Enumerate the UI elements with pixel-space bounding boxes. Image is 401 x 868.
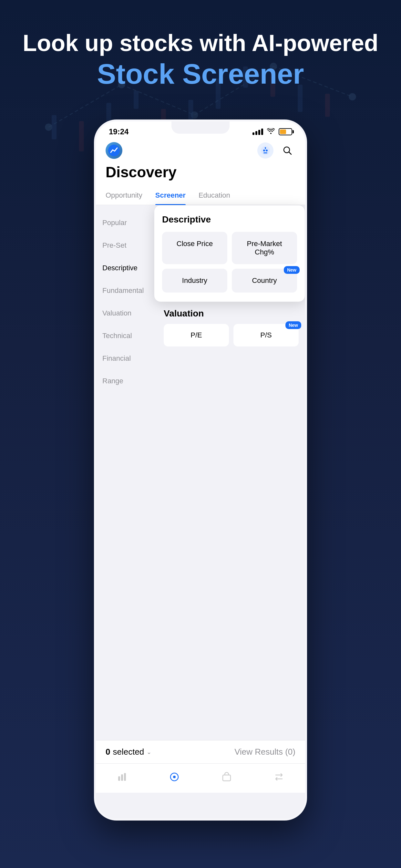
nav-chart[interactable] — [114, 769, 130, 785]
bottom-bar-wrapper: 0 selected ⌄ View Results (0) — [96, 740, 305, 793]
filter-industry[interactable]: Industry — [162, 269, 227, 292]
screener-layout: Popular Pre-Set Descriptive Fundamental … — [96, 205, 305, 392]
selected-count-section[interactable]: 0 selected ⌄ — [105, 747, 151, 757]
wifi-icon — [267, 128, 275, 136]
hero-title-line1: Look up stocks with AI-powered — [0, 29, 401, 57]
country-new-badge: New — [284, 266, 300, 274]
valuation-section: Valuation P/E P/S New — [164, 308, 299, 346]
sidebar-item-popular[interactable]: Popular — [96, 212, 157, 234]
page-title: Discovery — [105, 163, 296, 181]
ps-new-badge: New — [285, 321, 301, 329]
signal-bar-4 — [261, 128, 263, 135]
selected-number: 0 — [105, 747, 110, 757]
header-action-icons — [257, 143, 296, 159]
chart-nav-icon — [114, 769, 130, 785]
svg-rect-31 — [124, 773, 126, 781]
selected-label: selected — [113, 747, 144, 757]
svg-point-4 — [45, 124, 52, 131]
sidebar-item-valuation[interactable]: Valuation — [96, 302, 157, 324]
tab-screener[interactable]: Screener — [155, 186, 186, 205]
popup-title: Descriptive — [162, 214, 297, 225]
filter-close-price[interactable]: Close Price — [162, 232, 227, 264]
filter-pre-market-label: Pre-MarketChg% — [247, 240, 282, 256]
svg-rect-29 — [118, 776, 120, 781]
signal-bar-3 — [258, 130, 260, 135]
app-header — [96, 139, 305, 163]
phone-notch — [172, 121, 229, 134]
signal-bar-2 — [255, 131, 257, 135]
discovery-nav-icon — [166, 769, 182, 785]
svg-point-22 — [263, 150, 265, 151]
nav-portfolio[interactable] — [219, 769, 235, 785]
signal-bar-1 — [252, 132, 254, 135]
signal-icon — [252, 128, 263, 135]
svg-point-33 — [173, 776, 176, 778]
valuation-filters: P/E P/S New — [164, 324, 299, 346]
filter-country[interactable]: Country New — [232, 269, 297, 292]
ai-robot-button[interactable] — [257, 143, 274, 159]
chevron-down-icon: ⌄ — [147, 748, 151, 755]
nav-discovery[interactable] — [166, 769, 182, 785]
filter-country-label: Country — [252, 276, 277, 284]
descriptive-popup: Descriptive Close Price Pre-MarketChg% I… — [154, 205, 305, 302]
bottom-bar: 0 selected ⌄ View Results (0) — [96, 740, 305, 764]
sidebar-item-financial[interactable]: Financial — [96, 347, 157, 370]
battery-icon — [279, 128, 292, 135]
tab-opportunity[interactable]: Opportunity — [105, 186, 143, 205]
sidebar-item-technical[interactable]: Technical — [96, 324, 157, 347]
hero-title-line2: Stock Screener — [0, 57, 401, 91]
svg-rect-19 — [325, 94, 330, 117]
svg-point-23 — [266, 150, 268, 151]
sidebar-item-range[interactable]: Range — [96, 370, 157, 392]
search-button[interactable] — [279, 143, 296, 159]
filter-ps-label: P/S — [260, 331, 272, 339]
svg-rect-30 — [121, 774, 123, 781]
phone-frame: 19:24 — [94, 120, 307, 820]
main-content: Popular Pre-Set Descriptive Fundamental … — [96, 205, 305, 818]
bottom-nav — [96, 764, 305, 793]
phone-mockup: 19:24 — [94, 120, 307, 820]
filter-ps[interactable]: P/S New — [234, 324, 299, 346]
battery-fill — [280, 129, 286, 134]
sidebar-item-descriptive[interactable]: Descriptive — [96, 257, 157, 279]
svg-rect-9 — [52, 115, 57, 139]
sidebar: Popular Pre-Set Descriptive Fundamental … — [96, 205, 157, 392]
portfolio-nav-icon — [219, 769, 235, 785]
tabs-bar: Opportunity Screener Education — [96, 186, 305, 205]
svg-rect-34 — [223, 775, 230, 781]
view-results-button[interactable]: View Results (0) — [235, 747, 296, 757]
svg-rect-24 — [264, 152, 267, 153]
app-logo — [105, 142, 122, 159]
svg-rect-25 — [265, 147, 266, 149]
tab-education[interactable]: Education — [198, 186, 230, 205]
right-panel: Descriptive Close Price Pre-MarketChg% I… — [157, 205, 305, 392]
transfer-nav-icon — [271, 769, 287, 785]
hero-section: Look up stocks with AI-powered Stock Scr… — [0, 29, 401, 91]
page-title-section: Discovery — [96, 163, 305, 186]
svg-rect-12 — [134, 91, 138, 109]
svg-point-8 — [349, 93, 356, 100]
sidebar-item-pre-set[interactable]: Pre-Set — [96, 234, 157, 257]
filter-pre-market-chg[interactable]: Pre-MarketChg% — [232, 232, 297, 264]
filter-pe[interactable]: P/E — [164, 324, 229, 346]
status-time: 19:24 — [109, 127, 128, 136]
svg-line-28 — [289, 152, 291, 154]
status-icons — [252, 128, 292, 136]
nav-transfer[interactable] — [271, 769, 287, 785]
valuation-title: Valuation — [164, 308, 299, 319]
descriptive-filter-grid: Close Price Pre-MarketChg% Industry Coun… — [162, 232, 297, 292]
sidebar-item-fundamental[interactable]: Fundamental — [96, 279, 157, 302]
svg-rect-10 — [79, 121, 84, 151]
